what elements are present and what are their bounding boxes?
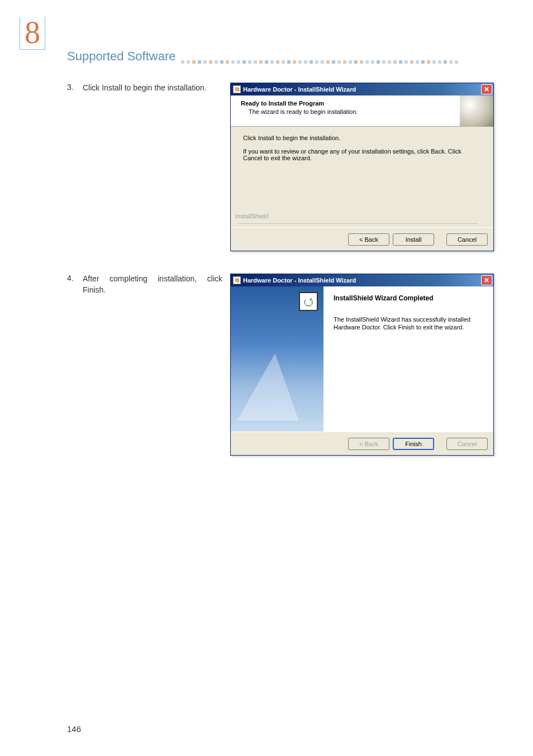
close-button[interactable]: ✕ (481, 84, 492, 94)
installshield-brand: InstallShield (235, 213, 493, 226)
completed-title: InstallShield Wizard Completed (334, 294, 484, 302)
side-graphic-panel: ⭯ (231, 286, 323, 432)
header-title: Ready to Install the Program (241, 100, 358, 107)
section-title-row: Supported Software (67, 49, 499, 64)
titlebar: ⧉ Hardware Doctor - InstallShield Wizard… (231, 274, 493, 286)
page-header: 8 Supported Software (20, 17, 499, 67)
installer-icon: ⧉ (233, 85, 241, 93)
window-title: Hardware Doctor - InstallShield Wizard (243, 277, 481, 284)
install-complete-dialog: ⧉ Hardware Doctor - InstallShield Wizard… (230, 274, 494, 456)
close-button[interactable]: ✕ (481, 275, 492, 285)
dialog-footer: < Back Install Cancel (231, 227, 493, 251)
close-icon: ✕ (484, 85, 489, 93)
titlebar: ⧉ Hardware Doctor - InstallShield Wizard… (231, 83, 493, 95)
install-ready-dialog: ⧉ Hardware Doctor - InstallShield Wizard… (230, 83, 494, 251)
close-icon: ✕ (484, 276, 489, 284)
dialog-footer: < Back Finish Cancel (231, 432, 493, 455)
back-button: < Back (348, 438, 389, 450)
finish-button[interactable]: Finish (393, 438, 434, 450)
step-text: After completing installa­tion, click Fi… (83, 274, 230, 456)
step-text: Click Install to begin the installation. (83, 83, 230, 251)
step-3: 3. Click Install to begin the installati… (67, 83, 494, 251)
cancel-button[interactable]: Cancel (446, 233, 488, 246)
header-subtitle: The wizard is ready to begin installatio… (241, 107, 358, 115)
dialog-body: ⭯ InstallShield Wizard Completed The Ins… (231, 286, 493, 432)
dialog-header: Ready to Install the Program The wizard … (231, 95, 493, 127)
install-button[interactable]: Install (393, 233, 434, 246)
chapter-number: 8 (25, 15, 40, 50)
page-number: 146 (67, 724, 81, 734)
computer-check-icon: ⭯ (299, 292, 318, 311)
back-button[interactable]: < Back (348, 233, 389, 246)
step-number: 3. (67, 83, 83, 251)
dot-rule (181, 57, 499, 64)
brand-text: InstallShield (235, 213, 268, 219)
installer-icon: ⧉ (233, 276, 241, 284)
completed-body: The InstallShield Wizard has successfull… (334, 315, 484, 332)
dialog-body: Click Install to begin the installation.… (231, 127, 493, 227)
step-4: 4. After completing installa­tion, click… (67, 274, 494, 456)
cancel-button: Cancel (446, 438, 488, 450)
body-text-1: Click Install to begin the installation. (243, 135, 481, 141)
step-number: 4. (67, 274, 83, 456)
window-title: Hardware Doctor - InstallShield Wizard (243, 86, 481, 93)
chapter-number-box: 8 (20, 17, 45, 50)
section-title: Supported Software (67, 49, 181, 64)
triangle-graphic (237, 353, 306, 420)
body-text-2: If you want to review or change any of y… (243, 148, 481, 161)
header-graphic (460, 95, 493, 127)
